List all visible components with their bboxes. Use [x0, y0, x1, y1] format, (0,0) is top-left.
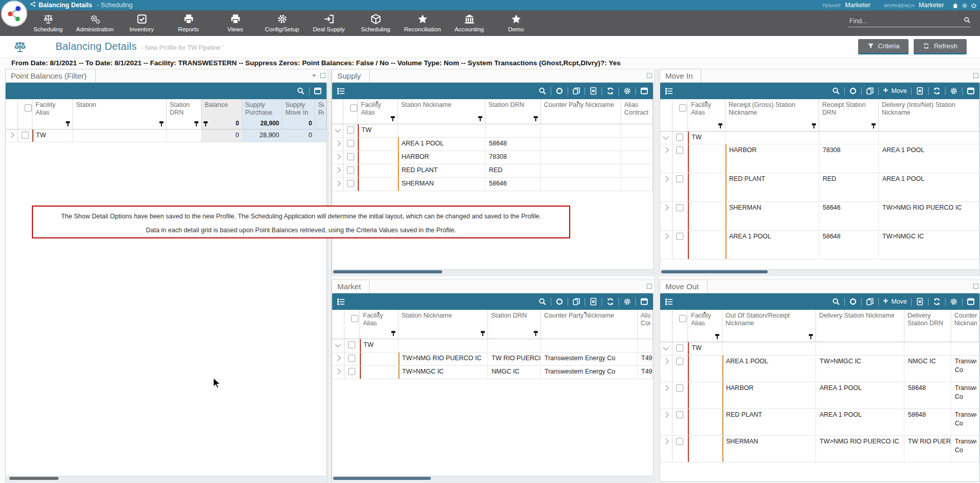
menu-icon[interactable] [336, 86, 346, 96]
copy-icon[interactable] [571, 86, 582, 96]
pin-icon[interactable] [872, 123, 876, 128]
column-header[interactable]: AliasContract [638, 310, 653, 339]
scrollbar-thumb[interactable] [333, 270, 442, 273]
column-header[interactable]: Receipt (Gross) StationNickname [725, 99, 819, 131]
refresh-icon[interactable] [605, 296, 615, 307]
nav-item-0-scheduling[interactable]: Scheduling [25, 10, 71, 36]
column-header[interactable]: Station DRN [485, 99, 541, 124]
column-header[interactable]: Station Nickname [398, 310, 488, 339]
settings-icon[interactable] [622, 296, 632, 307]
expand-chevron[interactable] [663, 176, 668, 181]
nav-item-8-reconciliation[interactable]: Reconciliation [399, 10, 446, 36]
nav-item-4-views[interactable]: Views [212, 10, 259, 36]
app-logo[interactable] [1, 1, 27, 27]
row-checkbox[interactable] [347, 180, 354, 187]
circle-icon[interactable] [848, 86, 858, 96]
column-header[interactable]: Facility Alias▲ [358, 99, 398, 124]
pin-icon[interactable] [809, 334, 813, 339]
popout-icon[interactable] [647, 73, 652, 78]
workbench-value[interactable]: Marketer [919, 2, 944, 9]
expand-chevron[interactable] [335, 341, 340, 347]
column-header[interactable]: Supply Purchase28,900 [242, 99, 282, 129]
expand-chevron[interactable] [335, 167, 340, 173]
copy-icon[interactable] [865, 86, 875, 96]
window-icon[interactable] [966, 296, 976, 307]
menu-icon[interactable] [336, 296, 346, 307]
pin-icon[interactable] [391, 116, 395, 121]
pin-icon[interactable] [204, 121, 208, 126]
refresh-icon[interactable] [932, 86, 942, 96]
column-header[interactable]: DeliveryStation DRN [904, 310, 951, 342]
settings-icon[interactable] [949, 296, 959, 307]
column-header[interactable]: Supply Move In0 [282, 99, 315, 129]
row-checkbox[interactable] [676, 146, 683, 154]
column-header[interactable]: Receipt StationDRN [819, 99, 879, 131]
row-checkbox[interactable] [676, 344, 683, 351]
row-checkbox[interactable] [676, 233, 683, 240]
column-header[interactable]: Facility Alias▲ [688, 310, 722, 342]
chevron-down-icon[interactable] [312, 75, 316, 77]
row-checkbox[interactable] [676, 384, 683, 392]
settings-icon[interactable] [622, 86, 632, 96]
gear-ic[interactable] [961, 2, 968, 11]
nav-item-9-accounting[interactable]: Accounting [446, 10, 493, 36]
select-all-checkbox[interactable] [679, 104, 686, 112]
horizontal-scrollbar[interactable] [661, 269, 979, 274]
expand-chevron[interactable] [335, 154, 340, 159]
find-box[interactable] [848, 16, 971, 27]
select-all-checkbox[interactable] [350, 104, 357, 112]
expand-chevron[interactable] [8, 132, 14, 138]
expand-chevron[interactable] [663, 147, 668, 153]
window-icon[interactable] [313, 86, 323, 96]
expand-chevron[interactable] [663, 134, 668, 139]
select-all-checkbox[interactable] [351, 315, 358, 322]
search-icon[interactable] [964, 16, 971, 26]
tab-point-balances[interactable]: Point Balances (Filter) [5, 69, 96, 82]
horizontal-scrollbar[interactable] [333, 269, 652, 274]
pin-icon[interactable] [534, 116, 538, 121]
column-header[interactable]: AliasContract [621, 99, 653, 124]
horizontal-scrollbar[interactable] [333, 476, 652, 481]
popout-icon[interactable] [973, 73, 978, 78]
home-ic[interactable] [952, 2, 958, 11]
column-header[interactable]: Facility Alias▲ [688, 99, 725, 131]
row-checkbox[interactable] [347, 126, 354, 134]
column-header[interactable]: SuRe [315, 99, 326, 129]
nav-item-6-deal-supply[interactable]: Deal Supply [305, 10, 352, 36]
circle-icon[interactable] [554, 296, 565, 307]
pin-icon[interactable] [159, 121, 164, 126]
add-move-button[interactable]: Move [882, 298, 908, 305]
refresh-icon[interactable] [932, 296, 942, 307]
window-icon[interactable] [966, 86, 976, 96]
expand-chevron[interactable] [663, 385, 668, 391]
column-header[interactable]: Station [73, 99, 167, 129]
row-checkbox[interactable] [347, 166, 354, 174]
menu-icon[interactable] [664, 86, 674, 96]
nav-item-7-scheduling[interactable]: Scheduling [352, 10, 399, 36]
window-icon[interactable] [639, 86, 649, 96]
row-checkbox[interactable] [347, 153, 354, 160]
column-header[interactable]: Counter Party Nickname▲ [541, 310, 638, 339]
search-icon[interactable] [537, 296, 548, 307]
popout-icon[interactable] [647, 284, 652, 289]
refresh-button[interactable]: Refresh [914, 39, 967, 54]
expand-chevron[interactable] [663, 412, 668, 417]
expand-chevron[interactable] [663, 358, 668, 364]
pin-icon[interactable] [478, 116, 483, 121]
find-input[interactable] [848, 17, 964, 25]
column-header[interactable]: Facility Alias [32, 99, 73, 129]
horizontal-scrollbar[interactable] [6, 476, 326, 481]
expand-chevron[interactable] [663, 205, 668, 210]
expand-chevron[interactable] [335, 355, 340, 361]
search-icon[interactable] [537, 86, 548, 96]
search-icon[interactable] [296, 86, 306, 96]
pin-icon[interactable] [481, 331, 485, 336]
row-checkbox[interactable] [347, 140, 354, 147]
refresh-icon[interactable] [605, 86, 615, 96]
row-checkbox[interactable] [676, 204, 683, 211]
pin-icon[interactable] [812, 123, 816, 128]
row-checkbox[interactable] [676, 411, 683, 418]
row-checkbox[interactable] [22, 132, 29, 139]
row-checkbox[interactable] [348, 355, 355, 362]
window-icon[interactable] [639, 296, 649, 307]
